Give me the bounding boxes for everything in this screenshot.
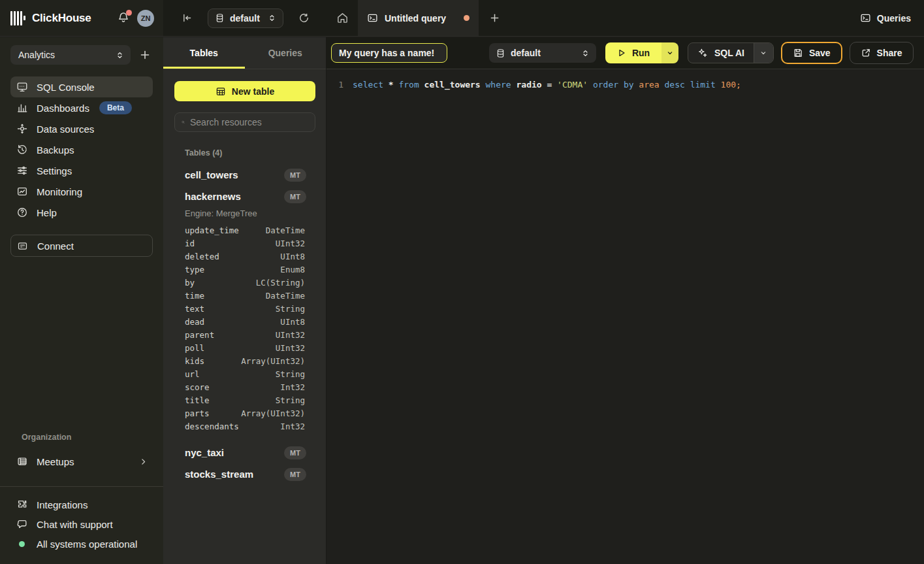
plus-icon <box>140 50 150 60</box>
terminal-icon <box>367 12 378 24</box>
column-type: DateTime <box>266 291 305 301</box>
backups-icon <box>16 144 28 156</box>
chat-icon <box>16 518 28 530</box>
column-row: textString <box>185 302 305 315</box>
sidebar-item-dashboards[interactable]: Dashboards Beta <box>10 97 153 118</box>
sql-ai-caret[interactable] <box>754 43 773 63</box>
column-name: score <box>185 382 280 392</box>
sidebar-item-data-sources[interactable]: Data sources <box>10 118 153 139</box>
sidebar-item-meetups[interactable]: Meetups <box>10 451 153 472</box>
plus-icon <box>490 13 500 23</box>
sidebar-item-label: Dashboards <box>37 103 89 114</box>
table-name: stocks_stream <box>185 469 284 480</box>
column-type: DateTime <box>266 225 305 235</box>
column-name: update_time <box>185 225 266 235</box>
column-type: Int32 <box>280 382 305 392</box>
queries-button[interactable]: Queries <box>847 0 924 36</box>
column-type: UInt32 <box>276 343 305 353</box>
new-tab-button[interactable] <box>479 0 510 36</box>
column-name: poll <box>185 343 276 353</box>
table-row-cell-towers[interactable]: cell_towers MT <box>185 164 306 186</box>
avatar[interactable]: ZN <box>137 10 154 27</box>
tab-untitled-query[interactable]: Untitled query <box>358 0 479 36</box>
column-row: deletedUInt8 <box>185 250 305 263</box>
table-row-stocks-stream[interactable]: stocks_stream MT <box>185 463 306 485</box>
sidebar-item-help[interactable]: Help <box>10 202 153 223</box>
run-button-main[interactable]: Run <box>605 42 661 63</box>
table-row-nyc-taxi[interactable]: nyc_taxi MT <box>185 442 306 463</box>
sidebar-item-backups[interactable]: Backups <box>10 139 153 160</box>
topbar-database-selector[interactable]: default <box>208 8 283 28</box>
refresh-button[interactable] <box>296 10 312 26</box>
save-button[interactable]: Save <box>781 42 842 64</box>
column-name: parts <box>185 408 241 418</box>
sidebar: Analytics SQL Console <box>0 37 163 564</box>
column-row: timeDateTime <box>185 289 305 302</box>
column-type: Int32 <box>280 422 305 431</box>
status-green-dot <box>19 541 25 547</box>
main-area: default Run <box>327 37 924 564</box>
workspace-selector-value: Analytics <box>18 50 116 60</box>
workspace-selector[interactable]: Analytics <box>10 45 131 65</box>
connect-button[interactable]: Connect <box>10 235 153 257</box>
notifications-button[interactable] <box>117 11 131 25</box>
column-row: idUInt32 <box>185 237 305 250</box>
sql-editor[interactable]: 1 select * from cell_towers where radio … <box>327 69 924 564</box>
topbar-database-section: default <box>163 0 327 36</box>
editor-toolbar: default Run <box>327 37 924 69</box>
column-row: descendantsInt32 <box>185 420 305 433</box>
add-workspace-button[interactable] <box>137 47 153 63</box>
code-line[interactable]: 1 select * from cell_towers where radio … <box>327 78 924 91</box>
topbar-brand-section: ClickHouse ZN <box>0 0 163 36</box>
search-icon <box>182 118 185 127</box>
table-name: cell_towers <box>185 169 284 180</box>
sql-ai-main[interactable]: SQL AI <box>688 43 754 63</box>
database-icon <box>215 13 225 23</box>
status-label: All systems operational <box>37 539 137 550</box>
column-row: parentUInt32 <box>185 328 305 341</box>
collapse-panel-button[interactable] <box>179 10 195 26</box>
home-button[interactable] <box>327 0 358 36</box>
column-name: descendants <box>185 422 280 431</box>
system-status[interactable]: All systems operational <box>10 534 153 554</box>
tab-tables[interactable]: Tables <box>163 37 245 69</box>
sidebar-item-settings[interactable]: Settings <box>10 160 153 181</box>
resources-tabs: Tables Queries <box>163 37 326 69</box>
run-button[interactable]: Run <box>605 42 678 63</box>
query-name-input[interactable] <box>331 43 447 63</box>
dashboards-icon <box>16 102 28 114</box>
toolbar-database-selector[interactable]: default <box>489 43 596 63</box>
search-resources-input[interactable] <box>190 117 308 127</box>
save-button-label: Save <box>809 48 831 58</box>
column-name: text <box>185 304 276 314</box>
help-icon <box>16 207 28 218</box>
share-button[interactable]: Share <box>850 42 914 64</box>
brand-name: ClickHouse <box>32 12 91 25</box>
column-type: UInt8 <box>280 252 305 261</box>
column-name: by <box>185 278 256 288</box>
table-name: hackernews <box>185 191 284 202</box>
sql-ai-button[interactable]: SQL AI <box>688 42 774 63</box>
column-type: LC(String) <box>256 278 305 288</box>
table-row-hackernews[interactable]: hackernews MT <box>185 186 306 207</box>
hackernews-columns: update_timeDateTimeidUInt32deletedUInt8t… <box>185 224 305 433</box>
notification-dot <box>126 10 132 16</box>
clickhouse-logo-icon <box>10 10 25 26</box>
new-table-button[interactable]: New table <box>174 81 315 101</box>
connect-icon <box>16 241 29 252</box>
sidebar-item-integrations[interactable]: Integrations <box>10 495 153 514</box>
sidebar-item-sql-console[interactable]: SQL Console <box>10 76 153 97</box>
database-selector-value: default <box>230 13 263 24</box>
chevron-down-icon <box>666 49 674 57</box>
resources-body: New table Tables (4) cell_towers MT hack… <box>163 69 326 485</box>
tab-queries[interactable]: Queries <box>245 37 327 69</box>
run-options-caret[interactable] <box>661 42 678 63</box>
sidebar-item-monitoring[interactable]: Monitoring <box>10 181 153 202</box>
column-type: String <box>276 304 305 314</box>
new-table-label: New table <box>232 86 274 97</box>
topbar: ClickHouse ZN <box>0 0 924 37</box>
column-type: Array(UInt32) <box>241 356 305 366</box>
sidebar-item-chat-support[interactable]: Chat with support <box>10 514 153 534</box>
share-button-label: Share <box>877 48 902 58</box>
column-row: deadUInt8 <box>185 315 305 328</box>
